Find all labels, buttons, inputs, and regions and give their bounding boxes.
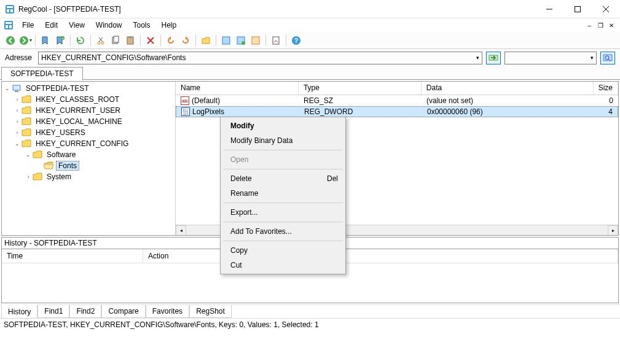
- svg-rect-23: [128, 36, 132, 38]
- tree-expander[interactable]: ›: [13, 107, 22, 114]
- svg-point-17: [101, 42, 104, 44]
- paste-icon[interactable]: [124, 34, 137, 47]
- mdi-close-button[interactable]: ✕: [606, 20, 616, 30]
- tree-fonts[interactable]: Fonts: [56, 161, 79, 171]
- tree-hkcc[interactable]: HKEY_CURRENT_CONFIG: [34, 139, 130, 148]
- refresh-icon[interactable]: [74, 34, 87, 47]
- svg-rect-37: [13, 85, 20, 90]
- tool-icon-3[interactable]: [249, 34, 262, 47]
- tool-icon-2[interactable]: [234, 34, 248, 47]
- cm-delete[interactable]: DeleteDel: [222, 171, 344, 186]
- copy-icon[interactable]: [109, 34, 122, 47]
- tree-expander[interactable]: ›: [24, 174, 33, 180]
- tree-expander[interactable]: ›: [13, 130, 22, 136]
- folder-icon: [33, 172, 42, 182]
- tool-icon-4[interactable]: [269, 34, 283, 47]
- cm-export[interactable]: Export...: [222, 205, 344, 220]
- tree-system[interactable]: System: [45, 172, 73, 181]
- col-name[interactable]: Name: [176, 82, 299, 95]
- tree-root[interactable]: SOFTPEDIA-TEST: [24, 84, 91, 93]
- svg-text:+: +: [62, 36, 64, 40]
- search-input[interactable]: ▾: [504, 52, 597, 64]
- tree-hklm[interactable]: HKEY_LOCAL_MACHINE: [34, 117, 124, 126]
- btab-compare[interactable]: Compare: [101, 305, 145, 318]
- mdi-minimize-button[interactable]: –: [584, 20, 594, 30]
- add-favorite-icon[interactable]: +: [53, 34, 67, 47]
- cut-icon[interactable]: [94, 34, 108, 47]
- go-button[interactable]: [486, 52, 501, 64]
- col-type[interactable]: Type: [299, 82, 422, 95]
- tree-expander[interactable]: ⌄: [3, 85, 12, 91]
- app-icon: [5, 4, 15, 14]
- svg-rect-34: [603, 55, 612, 61]
- tree-expander[interactable]: ⌄: [13, 141, 22, 147]
- string-value-icon: ab: [181, 96, 189, 105]
- menu-edit[interactable]: Edit: [40, 20, 63, 31]
- tree-hku[interactable]: HKEY_USERS: [34, 128, 87, 137]
- btab-history[interactable]: History: [1, 304, 37, 319]
- address-input[interactable]: HKEY_CURRENT_CONFIG\Software\Fonts ▾: [38, 52, 482, 64]
- menu-view[interactable]: View: [64, 20, 90, 31]
- tree-expander[interactable]: ⌄: [24, 152, 33, 158]
- svg-text:?: ?: [294, 37, 298, 44]
- minimize-button[interactable]: [535, 0, 563, 18]
- back-button[interactable]: [4, 34, 17, 47]
- btab-favorites[interactable]: Favorites: [146, 305, 189, 318]
- btab-find1[interactable]: Find1: [37, 305, 69, 318]
- tool-icon-1[interactable]: [219, 34, 233, 47]
- btab-find2[interactable]: Find2: [69, 305, 101, 318]
- redo-icon[interactable]: [179, 34, 192, 47]
- scroll-right-button[interactable]: ▸: [608, 225, 618, 236]
- folder-icon: [22, 95, 31, 104]
- cm-modify[interactable]: Modify: [222, 118, 344, 133]
- tree-pane[interactable]: ⌄ SOFTPEDIA-TEST ›HKEY_CLASSES_ROOT ›HKE…: [2, 82, 176, 235]
- menu-file[interactable]: File: [17, 20, 39, 31]
- list-row[interactable]: 011110LogPixels REG_DWORD 0x00000060 (96…: [176, 106, 618, 117]
- forward-button[interactable]: ▾: [18, 34, 32, 47]
- history-col-action[interactable]: Action: [143, 249, 618, 263]
- cm-copy[interactable]: Copy: [222, 243, 344, 258]
- favorites-icon[interactable]: [39, 34, 52, 47]
- maximize-button[interactable]: [563, 0, 592, 18]
- cm-cut[interactable]: Cut: [222, 258, 344, 273]
- col-data[interactable]: Data: [422, 82, 594, 95]
- cm-favorites[interactable]: Add To Favorites...: [222, 224, 344, 239]
- svg-text:ab: ab: [182, 98, 187, 104]
- menu-tools[interactable]: Tools: [128, 20, 155, 31]
- svg-point-28: [241, 41, 245, 45]
- scroll-left-button[interactable]: ◂: [176, 225, 186, 236]
- tree-software[interactable]: Software: [45, 150, 77, 159]
- close-button[interactable]: [592, 0, 620, 18]
- svg-point-12: [6, 36, 15, 45]
- open-folder-icon[interactable]: [199, 34, 213, 47]
- svg-rect-1: [7, 6, 13, 8]
- menu-window[interactable]: Window: [91, 20, 127, 31]
- addressbar: Adresse HKEY_CURRENT_CONFIG\Software\Fon…: [0, 49, 620, 66]
- cm-rename[interactable]: Rename: [222, 186, 344, 201]
- tree-expander[interactable]: ›: [13, 118, 22, 125]
- cm-modify-binary[interactable]: Modify Binary Data: [222, 133, 344, 148]
- undo-icon[interactable]: [164, 34, 178, 47]
- cm-open: Open: [222, 152, 344, 167]
- folder-icon: [22, 117, 31, 126]
- list-row[interactable]: ab(Default) REG_SZ (value not set) 0: [176, 95, 618, 106]
- btab-regshot[interactable]: RegShot: [189, 305, 232, 318]
- mdi-restore-button[interactable]: ❐: [595, 20, 605, 30]
- delete-icon[interactable]: [144, 34, 157, 47]
- tree-hkcr[interactable]: HKEY_CLASSES_ROOT: [34, 95, 121, 104]
- search-button[interactable]: [600, 52, 615, 64]
- tree-hkcu[interactable]: HKEY_CURRENT_USER: [34, 106, 122, 115]
- col-size[interactable]: Size: [594, 82, 618, 95]
- help-icon[interactable]: ?: [289, 34, 303, 47]
- svg-rect-38: [15, 91, 18, 92]
- list-header[interactable]: Name Type Data Size: [176, 82, 618, 95]
- tree-expander[interactable]: ›: [13, 96, 22, 103]
- tab-softpedia-test[interactable]: SOFTPEDIA-TEST: [1, 67, 83, 80]
- menu-help[interactable]: Help: [157, 20, 182, 31]
- history-col-time[interactable]: Time: [2, 249, 143, 263]
- folder-open-icon: [44, 161, 53, 171]
- computer-icon: [12, 83, 22, 93]
- titlebar: RegCool - [SOFTPEDIA-TEST]: [0, 0, 620, 18]
- folder-icon: [22, 128, 31, 137]
- folder-icon: [33, 150, 42, 160]
